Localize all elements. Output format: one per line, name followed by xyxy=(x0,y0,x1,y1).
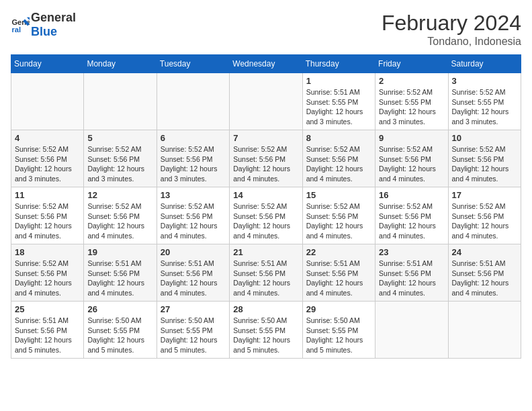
day-number: 3 xyxy=(452,76,517,86)
day-number: 13 xyxy=(161,190,226,200)
day-info: Sunrise: 5:51 AM Sunset: 5:56 PM Dayligh… xyxy=(87,259,152,298)
day-number: 25 xyxy=(15,304,80,314)
calendar-cell: 3Sunrise: 5:52 AM Sunset: 5:55 PM Daylig… xyxy=(448,73,521,130)
calendar-cell xyxy=(448,302,521,359)
calendar-cell: 2Sunrise: 5:52 AM Sunset: 5:55 PM Daylig… xyxy=(375,73,448,130)
day-info: Sunrise: 5:52 AM Sunset: 5:55 PM Dayligh… xyxy=(379,87,444,127)
header-wednesday: Wednesday xyxy=(230,55,302,73)
day-number: 28 xyxy=(233,304,298,314)
day-info: Sunrise: 5:52 AM Sunset: 5:56 PM Dayligh… xyxy=(87,144,152,184)
day-number: 19 xyxy=(87,247,152,257)
day-info: Sunrise: 5:50 AM Sunset: 5:55 PM Dayligh… xyxy=(161,316,226,355)
calendar-week-row: 11Sunrise: 5:52 AM Sunset: 5:56 PM Dayli… xyxy=(11,187,521,244)
calendar-cell: 1Sunrise: 5:51 AM Sunset: 5:55 PM Daylig… xyxy=(302,73,375,130)
day-info: Sunrise: 5:52 AM Sunset: 5:56 PM Dayligh… xyxy=(161,144,226,184)
day-number: 8 xyxy=(306,133,371,143)
day-info: Sunrise: 5:52 AM Sunset: 5:56 PM Dayligh… xyxy=(161,201,226,241)
calendar-week-row: 1Sunrise: 5:51 AM Sunset: 5:55 PM Daylig… xyxy=(11,73,521,130)
day-number: 4 xyxy=(15,133,80,143)
calendar-cell: 7Sunrise: 5:52 AM Sunset: 5:56 PM Daylig… xyxy=(230,130,302,187)
calendar-cell: 27Sunrise: 5:50 AM Sunset: 5:55 PM Dayli… xyxy=(157,302,229,359)
svg-text:ral: ral xyxy=(11,26,21,34)
calendar-cell: 21Sunrise: 5:51 AM Sunset: 5:56 PM Dayli… xyxy=(230,244,302,302)
calendar-week-row: 4Sunrise: 5:52 AM Sunset: 5:56 PM Daylig… xyxy=(11,130,521,187)
calendar-cell xyxy=(230,73,302,130)
calendar-cell xyxy=(11,73,84,130)
day-info: Sunrise: 5:52 AM Sunset: 5:56 PM Dayligh… xyxy=(15,201,80,241)
day-info: Sunrise: 5:52 AM Sunset: 5:56 PM Dayligh… xyxy=(87,201,152,241)
calendar-cell: 17Sunrise: 5:52 AM Sunset: 5:56 PM Dayli… xyxy=(448,187,521,244)
day-info: Sunrise: 5:51 AM Sunset: 5:56 PM Dayligh… xyxy=(233,259,298,298)
calendar-cell xyxy=(157,73,229,130)
title-block: February 2024 Tondano, Indonesia xyxy=(382,11,521,48)
day-info: Sunrise: 5:50 AM Sunset: 5:55 PM Dayligh… xyxy=(306,316,371,355)
day-number: 22 xyxy=(306,247,371,257)
calendar-cell: 20Sunrise: 5:51 AM Sunset: 5:56 PM Dayli… xyxy=(157,244,229,302)
calendar-cell xyxy=(375,302,448,359)
calendar-cell: 23Sunrise: 5:51 AM Sunset: 5:56 PM Dayli… xyxy=(375,244,448,302)
day-info: Sunrise: 5:52 AM Sunset: 5:56 PM Dayligh… xyxy=(306,144,371,184)
day-number: 5 xyxy=(87,133,152,143)
calendar-week-row: 25Sunrise: 5:51 AM Sunset: 5:56 PM Dayli… xyxy=(11,302,521,359)
calendar-cell: 29Sunrise: 5:50 AM Sunset: 5:55 PM Dayli… xyxy=(302,302,375,359)
day-number: 7 xyxy=(233,133,298,143)
day-info: Sunrise: 5:52 AM Sunset: 5:56 PM Dayligh… xyxy=(233,144,298,184)
day-number: 17 xyxy=(452,190,517,200)
page-title: February 2024 xyxy=(382,11,521,36)
day-info: Sunrise: 5:52 AM Sunset: 5:55 PM Dayligh… xyxy=(452,87,517,127)
day-info: Sunrise: 5:52 AM Sunset: 5:56 PM Dayligh… xyxy=(379,144,444,184)
calendar-cell: 8Sunrise: 5:52 AM Sunset: 5:56 PM Daylig… xyxy=(302,130,375,187)
logo-icon: Gene ral xyxy=(11,15,30,34)
day-info: Sunrise: 5:51 AM Sunset: 5:56 PM Dayligh… xyxy=(15,316,80,355)
header-tuesday: Tuesday xyxy=(157,55,229,73)
day-info: Sunrise: 5:52 AM Sunset: 5:56 PM Dayligh… xyxy=(452,144,517,184)
day-number: 11 xyxy=(15,190,80,200)
day-number: 6 xyxy=(161,133,226,143)
day-number: 24 xyxy=(452,247,517,257)
day-number: 20 xyxy=(161,247,226,257)
day-info: Sunrise: 5:52 AM Sunset: 5:56 PM Dayligh… xyxy=(452,201,517,241)
header-friday: Friday xyxy=(375,55,448,73)
calendar-cell: 15Sunrise: 5:52 AM Sunset: 5:56 PM Dayli… xyxy=(302,187,375,244)
page-subtitle: Tondano, Indonesia xyxy=(382,36,521,48)
day-info: Sunrise: 5:51 AM Sunset: 5:56 PM Dayligh… xyxy=(161,259,226,298)
calendar-cell: 11Sunrise: 5:52 AM Sunset: 5:56 PM Dayli… xyxy=(11,187,84,244)
day-number: 10 xyxy=(452,133,517,143)
logo: Gene ral General Blue xyxy=(11,11,76,38)
day-number: 12 xyxy=(87,190,152,200)
day-number: 21 xyxy=(233,247,298,257)
day-number: 2 xyxy=(379,76,444,86)
header-thursday: Thursday xyxy=(302,55,375,73)
day-info: Sunrise: 5:52 AM Sunset: 5:56 PM Dayligh… xyxy=(15,144,80,184)
day-number: 29 xyxy=(306,304,371,314)
calendar-cell: 4Sunrise: 5:52 AM Sunset: 5:56 PM Daylig… xyxy=(11,130,84,187)
day-info: Sunrise: 5:51 AM Sunset: 5:56 PM Dayligh… xyxy=(452,259,517,298)
logo-text-general: General xyxy=(31,11,76,25)
calendar-cell: 14Sunrise: 5:52 AM Sunset: 5:56 PM Dayli… xyxy=(230,187,302,244)
calendar-header-row: SundayMondayTuesdayWednesdayThursdayFrid… xyxy=(11,55,521,73)
calendar-cell: 13Sunrise: 5:52 AM Sunset: 5:56 PM Dayli… xyxy=(157,187,229,244)
day-info: Sunrise: 5:50 AM Sunset: 5:55 PM Dayligh… xyxy=(233,316,298,355)
day-info: Sunrise: 5:51 AM Sunset: 5:56 PM Dayligh… xyxy=(306,259,371,298)
calendar-cell: 6Sunrise: 5:52 AM Sunset: 5:56 PM Daylig… xyxy=(157,130,229,187)
day-number: 9 xyxy=(379,133,444,143)
day-info: Sunrise: 5:51 AM Sunset: 5:55 PM Dayligh… xyxy=(306,87,371,127)
day-info: Sunrise: 5:52 AM Sunset: 5:56 PM Dayligh… xyxy=(379,201,444,241)
calendar-cell: 26Sunrise: 5:50 AM Sunset: 5:55 PM Dayli… xyxy=(84,302,157,359)
calendar-week-row: 18Sunrise: 5:52 AM Sunset: 5:56 PM Dayli… xyxy=(11,244,521,302)
calendar-table: SundayMondayTuesdayWednesdayThursdayFrid… xyxy=(11,54,521,359)
calendar-cell: 10Sunrise: 5:52 AM Sunset: 5:56 PM Dayli… xyxy=(448,130,521,187)
calendar-cell: 5Sunrise: 5:52 AM Sunset: 5:56 PM Daylig… xyxy=(84,130,157,187)
page-header: Gene ral General Blue February 2024 Tond… xyxy=(11,11,521,48)
day-number: 18 xyxy=(15,247,80,257)
day-info: Sunrise: 5:51 AM Sunset: 5:56 PM Dayligh… xyxy=(379,259,444,298)
header-monday: Monday xyxy=(84,55,157,73)
day-number: 16 xyxy=(379,190,444,200)
calendar-cell: 25Sunrise: 5:51 AM Sunset: 5:56 PM Dayli… xyxy=(11,302,84,359)
logo-text-blue: Blue xyxy=(31,25,76,39)
header-sunday: Sunday xyxy=(11,55,84,73)
calendar-cell: 19Sunrise: 5:51 AM Sunset: 5:56 PM Dayli… xyxy=(84,244,157,302)
calendar-cell: 16Sunrise: 5:52 AM Sunset: 5:56 PM Dayli… xyxy=(375,187,448,244)
calendar-cell: 9Sunrise: 5:52 AM Sunset: 5:56 PM Daylig… xyxy=(375,130,448,187)
calendar-cell: 28Sunrise: 5:50 AM Sunset: 5:55 PM Dayli… xyxy=(230,302,302,359)
